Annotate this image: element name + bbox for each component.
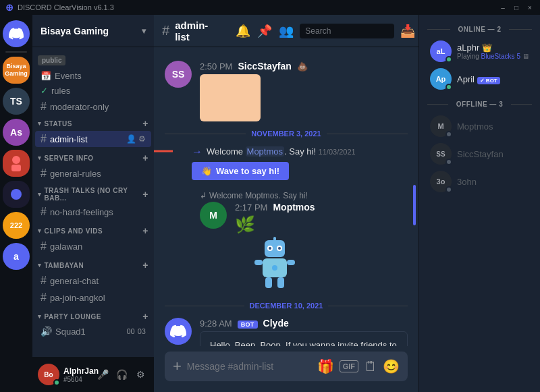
server-icon-discord[interactable] — [3, 20, 30, 47]
voice-icon: 🔊 — [40, 326, 52, 337]
clyde-message-box: Hello. Beep. Boop. If you wanna invite f… — [200, 331, 408, 346]
notifications-icon[interactable]: 🔔 — [235, 23, 251, 39]
minimize-button[interactable]: – — [498, 3, 508, 12]
user-tag: #5604 — [63, 376, 90, 383]
svg-point-9 — [278, 247, 281, 250]
server-icon-222[interactable]: 222 — [3, 212, 30, 239]
clyde-author: Clyde — [263, 318, 289, 329]
message-header-sicc: 2:50 PM SiccStayfan 💩 — [200, 61, 408, 72]
close-button[interactable]: × — [525, 3, 535, 12]
channel-item-pa-join[interactable]: # pa-join-angkol — [35, 289, 151, 306]
channel-item-no-hard-feelings[interactable]: # no-hard-feelings — [35, 204, 151, 220]
person-icon: 👤 — [126, 134, 136, 144]
pins-icon[interactable]: 📌 — [256, 23, 273, 39]
server-icon-ts[interactable]: TS — [3, 88, 30, 115]
channel-item-general-chat[interactable]: # general-chat — [35, 273, 151, 289]
user-avatar: Bo — [38, 364, 59, 385]
members-icon[interactable]: 👥 — [278, 23, 294, 39]
bluestacks-link: BlueStacks 5 — [481, 53, 520, 60]
add-channel-party[interactable]: + — [142, 311, 148, 322]
section-header-status[interactable]: ▾ STATUS + — [32, 115, 154, 130]
section-header-trash[interactable]: ▾ TRASH TALKS (NO CRY BAB... + — [32, 184, 154, 203]
section-header-tambayan[interactable]: ▾ TAMBAYAN + — [32, 257, 154, 272]
message-group-welcome: → Welcome Moptmos. Say hi! 11/03/2021 👋 … — [181, 143, 418, 183]
gift-icon[interactable]: 🎁 — [317, 358, 334, 374]
channel-item-rules[interactable]: ✓ rules — [35, 84, 151, 98]
add-channel-status[interactable]: + — [142, 118, 148, 129]
clyde-timestamp: 9:28 AM — [200, 318, 232, 329]
section-label-trash: TRASH TALKS (NO CRY BAB... — [45, 187, 143, 202]
add-channel-trash[interactable]: + — [142, 189, 148, 200]
chat-header-hash-icon: # — [162, 23, 169, 38]
mute-button[interactable]: 🎤 — [94, 366, 111, 383]
member-item-siccstayfan[interactable]: SS SiccStayfan — [422, 140, 537, 167]
section-header-server-info[interactable]: ▾ SERVER INFO + — [32, 150, 154, 165]
message-group-sicc: SS 2:50 PM SiccStayfan 💩 — [154, 58, 418, 124]
section-header-party[interactable]: ▾ PARTY LOUNGE + — [32, 308, 154, 323]
section-header-clips[interactable]: ▾ CLIPS AND VIDS + — [32, 223, 154, 237]
channel-item-moderator[interactable]: # moderator-only — [35, 99, 151, 115]
hashtag-header-icon[interactable] — [213, 23, 230, 39]
channel-item-general-rules[interactable]: # general-rules — [35, 165, 151, 181]
wave-button[interactable]: 👋 Wave to say hi! — [192, 162, 289, 180]
server-icon-bisaya[interactable]: BisayaGaming — [3, 57, 30, 84]
chat-header: # admin-list 🔔 📌 👥 📥 ? — [154, 15, 418, 47]
add-file-icon[interactable]: + — [173, 358, 182, 375]
events-icon: 📅 — [40, 71, 51, 81]
section-party-lounge: ▾ PARTY LOUNGE + 🔊 Squad1 00 03 — [32, 308, 154, 339]
sticker-icon[interactable]: 🗒 — [364, 359, 377, 374]
member-item-moptmos[interactable]: M Moptmos — [422, 113, 537, 140]
moptmos-reply: ↲ Welcome Moptmos. Say hi! — [200, 191, 408, 200]
april-bot-tag: ✓ BOT — [477, 77, 500, 84]
inbox-icon[interactable]: 📥 — [400, 23, 416, 39]
member-item-3ohn[interactable]: 3o 3ohn — [422, 168, 537, 195]
crown-icon: 👑 — [482, 43, 492, 53]
message-group-clyde: 9:28 AM BOT Clyde Hello. Beep. Boop. If … — [154, 315, 418, 346]
channel-item-admin-list[interactable]: # admin-list 👤 ⚙ — [35, 131, 151, 147]
mention-moptmos: Moptmos — [246, 146, 284, 157]
member-item-alphr[interactable]: aL aLphr 👑 Playing BlueStacks 5 🖥 — [422, 38, 537, 65]
channel-item-squad1[interactable]: 🔊 Squad1 00 03 — [35, 324, 151, 339]
channel-name-pa-join: pa-join-angkol — [50, 293, 146, 303]
message-input-box: + 🎁 GIF 🗒 😊 — [165, 352, 408, 381]
add-channel-tambayan[interactable]: + — [142, 260, 148, 271]
server-icon-dark[interactable] — [3, 181, 30, 208]
server-icon-as[interactable]: As — [3, 119, 30, 146]
input-actions: 🎁 GIF 🗒 😊 — [317, 358, 400, 374]
settings-button[interactable]: ⚙ — [132, 366, 148, 383]
message-input-area: + 🎁 GIF 🗒 😊 — [154, 346, 418, 392]
add-channel-server-info[interactable]: + — [142, 152, 148, 163]
moptmos-timestamp: 2:17 PM — [235, 202, 267, 213]
channel-name-rules: rules — [51, 86, 146, 96]
maximize-button[interactable]: □ — [512, 3, 521, 12]
svg-rect-14 — [265, 277, 272, 288]
server-icon-red[interactable] — [3, 150, 30, 177]
server-icon-alphr[interactable]: a — [3, 243, 30, 270]
gif-icon[interactable]: GIF — [340, 360, 358, 372]
deafen-button[interactable]: 🎧 — [113, 366, 130, 383]
svg-rect-1 — [11, 165, 21, 171]
titlebar-controls[interactable]: – □ × — [498, 3, 535, 12]
hash-icon-general-rules: # — [40, 167, 47, 179]
add-channel-clips[interactable]: + — [142, 225, 148, 236]
section-row-server-info: ▾ SERVER INFO — [38, 155, 94, 162]
chevron-icon-server-info: ▾ — [38, 155, 42, 161]
member-item-april[interactable]: Ap April ✓ BOT — [422, 65, 537, 92]
message-input[interactable] — [187, 353, 312, 380]
channel-name-galawan: galawan — [50, 242, 146, 252]
date-line-left-nov — [165, 134, 246, 134]
hash-icon-nhf: # — [40, 206, 47, 218]
message-group-moptmos: ↲ Welcome Moptmos. Say hi! M 2:17 PM Mop… — [154, 188, 418, 296]
svg-rect-12 — [254, 260, 263, 265]
emoji-icon[interactable]: 😊 — [383, 358, 400, 374]
chat-header-title: admin-list — [175, 20, 208, 43]
channel-item-galawan[interactable]: # galawan — [35, 238, 151, 254]
3ohn-member-avatar: 3o — [430, 171, 452, 192]
section-row-clips: ▾ CLIPS AND VIDS — [38, 227, 103, 235]
channel-item-events[interactable]: 📅 Events — [35, 69, 151, 83]
moptmos-header: 2:17 PM Moptmos — [235, 202, 315, 213]
sicc-image — [200, 74, 261, 121]
search-input[interactable] — [300, 24, 394, 38]
server-header[interactable]: Bisaya Gaming ▾ — [32, 15, 154, 47]
sicc-member-info: SiccStayfan — [457, 149, 529, 159]
